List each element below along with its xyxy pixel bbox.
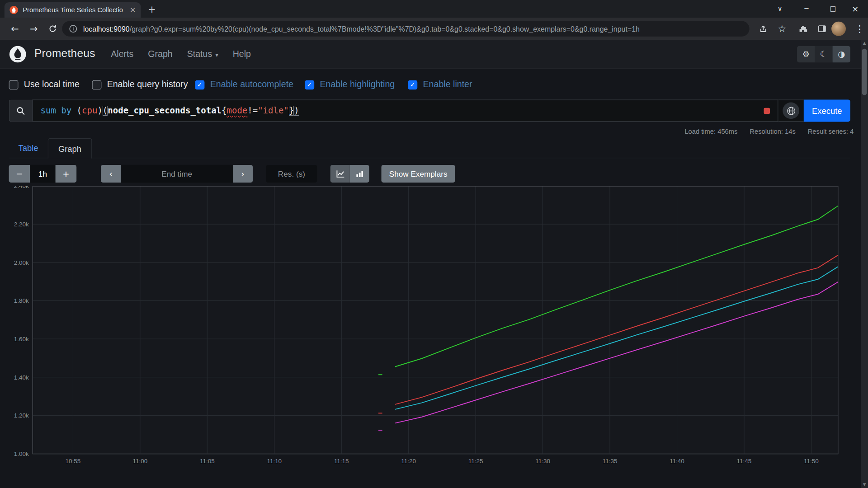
back-icon[interactable]: ← (7, 20, 24, 37)
url-bar[interactable]: localhost:9090/graph?g0.expr=sum%20by%20… (62, 21, 749, 37)
metrics-explorer-button[interactable] (783, 103, 799, 119)
query-token: "idle" (258, 106, 289, 116)
minimize-button[interactable]: ─ (794, 0, 819, 18)
profile-avatar[interactable] (831, 22, 846, 36)
end-time-input[interactable]: End time (121, 165, 233, 183)
option-use-local-time[interactable]: Use local time (9, 78, 80, 91)
svg-text:2.40k: 2.40k (14, 186, 29, 189)
range-stepper: − 1h + (9, 165, 77, 183)
svg-text:1.80k: 1.80k (14, 297, 29, 304)
checkbox-checked-icon[interactable]: ✓ (195, 80, 205, 89)
checkbox-checked-icon[interactable]: ✓ (305, 80, 314, 89)
browser-tab[interactable]: Prometheus Time Series Collectio × (5, 2, 141, 18)
browser-toolbar: ← → localhost:9090/graph?g0.expr=sum%20b… (0, 18, 868, 40)
search-icon-button[interactable] (9, 99, 32, 122)
option-enable-highlighting[interactable]: ✓ Enable highlighting (305, 78, 395, 91)
query-token: ( (71, 106, 82, 116)
query-token: sum (41, 106, 56, 116)
load-time: Load time: 456ms (684, 128, 737, 136)
query-token: node_cpu_seconds_total (108, 106, 222, 116)
query-stats: Load time: 456ms Resolution: 14s Result … (684, 128, 854, 136)
svg-text:11:40: 11:40 (670, 458, 684, 465)
stacked-chart-icon[interactable] (350, 165, 369, 183)
graph-plot[interactable]: 2.40k2.20k2.00k1.80k1.60k1.40k1.20k1.00k… (0, 186, 868, 488)
nav-link-status[interactable]: Status▾ (187, 49, 218, 59)
execute-button[interactable]: Execute (804, 99, 850, 122)
checkbox-checked-icon[interactable]: ✓ (408, 80, 417, 89)
query-token: { (222, 106, 226, 116)
share-icon[interactable] (755, 20, 772, 37)
brand-title[interactable]: Prometheus (34, 47, 95, 60)
svg-text:11:05: 11:05 (200, 458, 215, 465)
svg-text:11:15: 11:15 (334, 458, 349, 465)
site-info-icon[interactable] (69, 24, 78, 33)
forward-icon[interactable]: → (25, 20, 42, 37)
extensions-icon[interactable] (795, 20, 811, 37)
svg-text:2.20k: 2.20k (14, 221, 29, 228)
metrics-explorer-zone (778, 99, 803, 122)
dropdown-caret-icon: ▾ (216, 52, 218, 58)
nav-link-help[interactable]: Help (233, 49, 251, 59)
tab-title: Prometheus Time Series Collectio (23, 6, 125, 14)
tab-close-icon[interactable]: × (130, 5, 136, 14)
query-token: ) (294, 106, 299, 116)
option-enable-linter[interactable]: ✓ Enable linter (408, 78, 472, 91)
tab-search-chevron-icon[interactable]: ∨ (767, 0, 793, 18)
query-token: cpu (82, 106, 97, 116)
query-input[interactable]: sum by (cpu)(node_cpu_seconds_total{mode… (32, 99, 778, 122)
dark-theme-moon-icon[interactable]: ☾ (815, 46, 832, 63)
svg-text:11:50: 11:50 (804, 458, 819, 465)
resolution-input[interactable]: Res. (s) (266, 165, 317, 183)
result-series: Result series: 4 (808, 128, 854, 136)
nav-link-alerts[interactable]: Alerts (111, 49, 133, 59)
tab-table[interactable]: Table (9, 138, 48, 158)
scroll-down-icon[interactable]: ▼ (861, 483, 868, 487)
query-token: != (247, 106, 258, 116)
checkbox-icon[interactable] (9, 80, 19, 89)
graph-controls: − 1h + ‹ End time › Res. (s) Show Exempl… (9, 165, 850, 183)
side-panel-icon[interactable] (814, 20, 830, 37)
time-series-graph: 2.40k2.20k2.00k1.80k1.60k1.40k1.20k1.00k… (0, 186, 868, 488)
range-decrease-button[interactable]: − (9, 165, 30, 183)
svg-text:11:00: 11:00 (132, 458, 147, 465)
auto-theme-contrast-icon[interactable]: ◑ (833, 46, 850, 63)
reload-icon[interactable] (44, 20, 61, 37)
range-increase-button[interactable]: + (56, 165, 77, 183)
prometheus-navbar: Prometheus Alerts Graph Status▾ Help ⚙ ☾… (0, 40, 868, 69)
end-time-picker: ‹ End time › (101, 165, 253, 183)
svg-text:11:25: 11:25 (468, 458, 483, 465)
query-token (56, 106, 61, 116)
url-text: localhost:9090/graph?g0.expr=sum%20by%20… (83, 24, 640, 33)
query-expression: sum by (cpu)(node_cpu_seconds_total{mode… (41, 106, 299, 116)
checkbox-icon[interactable] (92, 80, 102, 89)
query-token: mode (226, 106, 247, 116)
browser-menu-icon[interactable]: ⋮ (851, 20, 868, 37)
nav-link-graph[interactable]: Graph (148, 49, 173, 59)
query-token: by (61, 106, 71, 116)
maximize-button[interactable]: □ (821, 0, 846, 18)
line-chart-icon[interactable] (330, 165, 350, 183)
search-icon (16, 106, 26, 115)
page-scrollbar[interactable]: ▲ ▼ (861, 40, 868, 488)
prometheus-logo[interactable] (9, 45, 27, 63)
option-enable-autocomplete[interactable]: ✓ Enable autocomplete (195, 78, 293, 91)
range-input[interactable]: 1h (30, 165, 55, 183)
close-button[interactable]: × (843, 0, 868, 18)
globe-icon (786, 106, 796, 115)
svg-text:11:20: 11:20 (401, 458, 416, 465)
scroll-up-icon[interactable]: ▲ (861, 41, 868, 46)
theme-toggle-group: ⚙ ☾ ◑ (797, 46, 850, 63)
time-forward-button[interactable]: › (233, 165, 253, 183)
tab-graph[interactable]: Graph (47, 138, 92, 159)
new-tab-button[interactable]: + (145, 3, 158, 16)
prometheus-favicon (9, 5, 19, 14)
scrollbar-thumb[interactable] (862, 49, 867, 95)
time-back-button[interactable]: ‹ (101, 165, 121, 183)
bookmark-star-icon[interactable]: ☆ (774, 20, 791, 37)
svg-text:1.40k: 1.40k (14, 374, 29, 381)
show-exemplars-button[interactable]: Show Exemplars (382, 165, 455, 183)
query-bar: sum by (cpu)(node_cpu_seconds_total{mode… (9, 99, 850, 122)
svg-text:11:35: 11:35 (603, 458, 618, 465)
settings-gear-icon[interactable]: ⚙ (797, 46, 815, 63)
option-enable-query-history[interactable]: Enable query history (92, 78, 188, 91)
